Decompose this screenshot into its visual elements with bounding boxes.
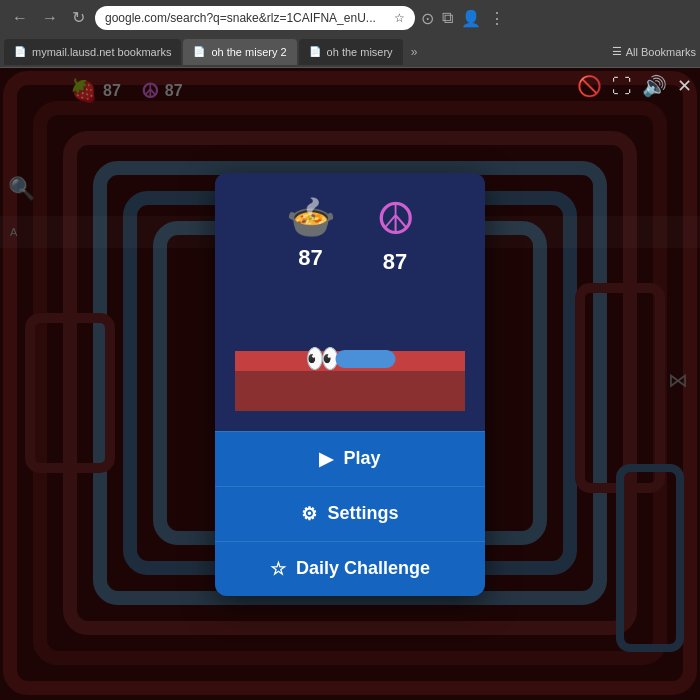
settings-label: Settings (327, 503, 398, 524)
dialog: 🍲 87 ☮ 87 👀 (215, 173, 485, 596)
block-button[interactable]: 🚫 (577, 76, 602, 96)
tab-label: mymail.lausd.net bookmarks (32, 46, 171, 58)
refresh-button[interactable]: ↻ (68, 6, 89, 30)
game-top-controls: 🚫 ⛶ 🔊 ✕ (577, 76, 692, 96)
menu-icon[interactable]: ⋮ (489, 9, 505, 28)
play-button[interactable]: ▶ Play (215, 431, 485, 486)
back-button[interactable]: ← (8, 6, 32, 30)
fruit-score-box: 🍲 87 (286, 197, 336, 275)
settings-icon: ⚙ (301, 503, 317, 525)
fruit-bowl-icon: 🍲 (286, 197, 336, 237)
daily-challenge-label: Daily Challenge (296, 558, 430, 579)
snake-head-icon: 👀 (305, 345, 340, 373)
forward-button[interactable]: → (38, 6, 62, 30)
peace-score-value: 87 (383, 249, 407, 275)
tab-oh-the-misery[interactable]: 📄 oh the misery (299, 39, 403, 65)
play-label: Play (343, 448, 380, 469)
tabs-bar: 📄 mymail.lausd.net bookmarks 📄 oh the mi… (0, 36, 700, 68)
tab-favicon: 📄 (309, 46, 321, 57)
browser-chrome: ← → ↻ google.com/search?q=snake&rlz=1CAI… (0, 0, 700, 68)
tab-label: oh the misery 2 (211, 46, 286, 58)
tab-label: oh the misery (327, 46, 393, 58)
snake-tail (336, 350, 396, 368)
all-bookmarks[interactable]: ☰ All Bookmarks (612, 45, 696, 58)
tabs-overflow[interactable]: » (405, 45, 424, 59)
bookmarks-icon: ☰ (612, 45, 622, 58)
profile-icon[interactable]: 👤 (461, 9, 481, 28)
dialog-game-area: 🍲 87 ☮ 87 👀 (215, 173, 485, 431)
fullscreen-button[interactable]: ⛶ (612, 76, 632, 96)
close-button[interactable]: ✕ (677, 77, 692, 95)
peace-sign-icon: ☮ (376, 197, 415, 241)
score-row: 🍲 87 ☮ 87 (286, 197, 415, 275)
camera-icon[interactable]: ⊙ (421, 9, 434, 28)
tab-mymail[interactable]: 📄 mymail.lausd.net bookmarks (4, 39, 181, 65)
peace-score-box: ☮ 87 (376, 197, 415, 275)
daily-challenge-button[interactable]: ☆ Daily Challenge (215, 541, 485, 596)
game-area: 🍓 87 ☮ 87 🔍 A ⋈ 🚫 ⛶ 🔊 ✕ 🍲 8 (0, 68, 700, 700)
daily-challenge-icon: ☆ (270, 558, 286, 580)
dialog-overlay: 🍲 87 ☮ 87 👀 (0, 68, 700, 700)
snake-area: 👀 (235, 291, 465, 411)
bookmarks-label-text: All Bookmarks (626, 46, 696, 58)
tab-oh-the-misery-2[interactable]: 📄 oh the misery 2 (183, 39, 296, 65)
browser-toolbar: ← → ↻ google.com/search?q=snake&rlz=1CAI… (0, 0, 700, 36)
settings-button[interactable]: ⚙ Settings (215, 486, 485, 541)
play-icon: ▶ (319, 448, 333, 470)
sound-button[interactable]: 🔊 (642, 76, 667, 96)
toolbar-icons: ⊙ ⧉ 👤 ⋮ (421, 9, 505, 28)
tab-favicon: 📄 (193, 46, 205, 57)
star-icon[interactable]: ☆ (394, 11, 405, 25)
tab-favicon: 📄 (14, 46, 26, 57)
address-bar[interactable]: google.com/search?q=snake&rlz=1CAIFNA_en… (95, 6, 415, 30)
address-text: google.com/search?q=snake&rlz=1CAIFNA_en… (105, 11, 388, 25)
dialog-buttons: ▶ Play ⚙ Settings ☆ Daily Challenge (215, 431, 485, 596)
extensions-icon[interactable]: ⧉ (442, 9, 453, 27)
snake-body: 👀 (305, 345, 396, 373)
fruit-score-value: 87 (298, 245, 322, 271)
